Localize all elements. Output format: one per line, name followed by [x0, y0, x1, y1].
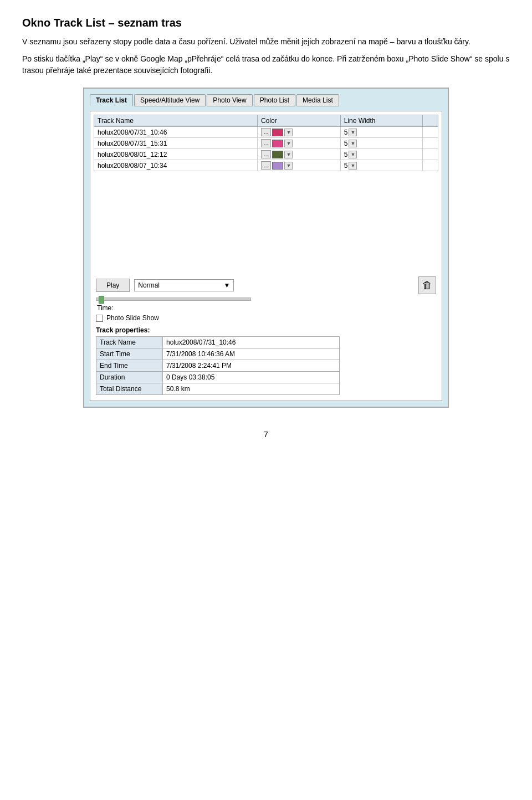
photo-slide-show-checkbox[interactable] — [96, 315, 103, 322]
property-value: 7/31/2008 2:24:41 PM — [163, 360, 340, 372]
extra-cell — [423, 160, 438, 171]
color-swatch — [272, 140, 283, 147]
property-row: End Time 7/31/2008 2:24:41 PM — [96, 360, 340, 372]
line-width-value: 5 — [344, 151, 348, 158]
play-button[interactable]: Play — [96, 279, 130, 292]
property-key: Duration — [96, 372, 163, 383]
property-key: Track Name — [96, 337, 163, 348]
line-width-cell: 5 ▼ — [340, 160, 423, 171]
track-name-cell: holux2008/07/31_10:46 — [94, 127, 258, 138]
width-dropdown-arrow[interactable]: ▼ — [349, 129, 357, 136]
color-swatch — [272, 129, 283, 136]
line-width-cell: 5 ▼ — [340, 127, 423, 138]
tab-photo-view[interactable]: Photo View — [207, 94, 253, 106]
property-row: Track Name holux2008/07/31_10:46 — [96, 337, 340, 348]
track-list-panel: Track Name Color Line Width holux2008/07… — [90, 111, 442, 401]
color-picker-button[interactable]: ... — [261, 139, 271, 147]
color-picker-button[interactable]: ... — [261, 161, 271, 170]
property-row: Duration 0 Days 03:38:05 — [96, 372, 340, 383]
progress-slider[interactable] — [96, 298, 251, 301]
property-key: Total Distance — [96, 383, 163, 395]
width-dropdown-arrow[interactable]: ▼ — [349, 151, 357, 158]
col-header-line-width: Line Width — [340, 115, 423, 127]
photo-slide-show-label: Photo Slide Show — [106, 314, 159, 322]
tabs-bar: Track List Speed/Altitude View Photo Vie… — [90, 94, 442, 106]
color-dropdown-arrow[interactable]: ▼ — [284, 151, 293, 158]
dropdown-arrow-icon: ▼ — [223, 281, 230, 289]
property-value: 0 Days 03:38:05 — [163, 372, 340, 383]
property-value: holux2008/07/31_10:46 — [163, 337, 340, 348]
table-row: holux2008/07/31_15:31 ... ▼ 5 ▼ — [94, 138, 438, 149]
tab-track-list[interactable]: Track List — [90, 94, 133, 106]
track-table: Track Name Color Line Width holux2008/07… — [94, 115, 438, 171]
paragraph-1: V seznamu jsou seřazeny stopy podle data… — [22, 36, 510, 48]
empty-area — [94, 173, 438, 273]
property-value: 7/31/2008 10:46:36 AM — [163, 348, 340, 360]
trash-icon: 🗑 — [422, 280, 432, 291]
paragraph-2: Po stisku tlačítka „Play“ se v okně Goog… — [22, 53, 510, 76]
col-header-color: Color — [258, 115, 341, 127]
color-cell: ... ▼ — [258, 149, 341, 160]
line-width-cell: 5 ▼ — [340, 149, 423, 160]
tab-media-list[interactable]: Media List — [296, 94, 339, 106]
play-row: Play Normal ▼ 🗑 — [96, 276, 436, 294]
time-label: Time: — [96, 304, 436, 312]
line-width-value: 5 — [344, 129, 348, 136]
color-dropdown-arrow[interactable]: ▼ — [284, 162, 293, 170]
property-row: Start Time 7/31/2008 10:46:36 AM — [96, 348, 340, 360]
property-value: 50.8 km — [163, 383, 340, 395]
bottom-controls: Play Normal ▼ 🗑 Time: Photo Slide Show T — [94, 273, 438, 397]
page-number: 7 — [22, 430, 510, 439]
line-width-cell: 5 ▼ — [340, 138, 423, 149]
property-row: Total Distance 50.8 km — [96, 383, 340, 395]
color-dropdown-arrow[interactable]: ▼ — [284, 140, 293, 147]
width-dropdown-arrow[interactable]: ▼ — [349, 162, 357, 170]
table-row: holux2008/07/31_10:46 ... ▼ 5 ▼ — [94, 127, 438, 138]
table-row: holux2008/08/07_10:34 ... ▼ 5 ▼ — [94, 160, 438, 171]
line-width-value: 5 — [344, 140, 348, 147]
table-row: holux2008/08/01_12:12 ... ▼ 5 ▼ — [94, 149, 438, 160]
line-width-value: 5 — [344, 162, 348, 170]
trash-button[interactable]: 🗑 — [418, 276, 436, 294]
slider-row — [96, 298, 436, 301]
slider-thumb — [99, 296, 104, 304]
properties-table: Track Name holux2008/07/31_10:46 Start T… — [96, 336, 340, 395]
normal-dropdown-value: Normal — [138, 281, 160, 289]
track-name-cell: holux2008/08/07_10:34 — [94, 160, 258, 171]
color-dropdown-arrow[interactable]: ▼ — [284, 129, 293, 136]
extra-cell — [423, 149, 438, 160]
color-cell: ... ▼ — [258, 138, 341, 149]
property-key: Start Time — [96, 348, 163, 360]
extra-cell — [423, 127, 438, 138]
color-cell: ... ▼ — [258, 160, 341, 171]
color-picker-button[interactable]: ... — [261, 128, 271, 136]
page-title: Okno Track List – seznam tras — [22, 17, 510, 29]
track-list-window: Track List Speed/Altitude View Photo Vie… — [83, 88, 449, 408]
color-cell: ... ▼ — [258, 127, 341, 138]
col-header-empty — [423, 115, 438, 127]
track-name-cell: holux2008/07/31_15:31 — [94, 138, 258, 149]
color-swatch — [272, 151, 283, 158]
photo-slide-row: Photo Slide Show — [96, 314, 436, 322]
extra-cell — [423, 138, 438, 149]
col-header-track-name: Track Name — [94, 115, 258, 127]
property-key: End Time — [96, 360, 163, 372]
track-name-cell: holux2008/08/01_12:12 — [94, 149, 258, 160]
normal-dropdown[interactable]: Normal ▼ — [134, 279, 234, 291]
width-dropdown-arrow[interactable]: ▼ — [349, 140, 357, 147]
tab-photo-list[interactable]: Photo List — [254, 94, 295, 106]
color-swatch — [272, 162, 283, 170]
tab-speed-altitude[interactable]: Speed/Altitude View — [134, 94, 206, 106]
color-picker-button[interactable]: ... — [261, 150, 271, 158]
track-properties-label: Track properties: — [96, 326, 436, 334]
